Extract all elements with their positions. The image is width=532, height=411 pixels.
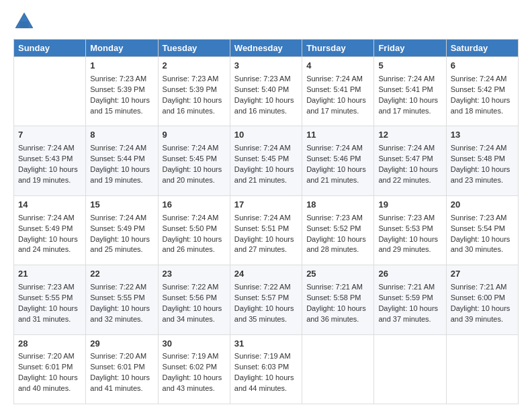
sunset-text: Sunset: 5:54 PM [451,224,514,234]
daylight-text: Daylight: 10 hours and 30 minutes. [451,234,514,256]
daylight-text: Daylight: 10 hours and 41 minutes. [90,373,153,394]
cell-w2-d4: 10Sunrise: 7:24 AMSunset: 5:45 PMDayligh… [230,126,302,195]
sunrise-text: Sunrise: 7:23 AM [451,213,514,224]
sunset-text: Sunset: 5:52 PM [306,224,369,234]
cell-w5-d3: 30Sunrise: 7:19 AMSunset: 6:02 PMDayligh… [158,334,230,404]
cell-w3-d5: 18Sunrise: 7:23 AMSunset: 5:52 PMDayligh… [302,195,374,265]
sunrise-text: Sunrise: 7:24 AM [18,143,81,154]
cell-w4-d3: 23Sunrise: 7:22 AMSunset: 5:56 PMDayligh… [158,265,230,334]
daylight-text: Daylight: 10 hours and 25 minutes. [90,234,153,256]
daylight-text: Daylight: 10 hours and 19 minutes. [90,165,153,186]
sunset-text: Sunset: 5:45 PM [163,154,226,165]
date-number: 4 [306,60,369,73]
sunset-text: Sunset: 5:44 PM [90,154,153,165]
cell-w4-d2: 22Sunrise: 7:22 AMSunset: 5:55 PMDayligh… [86,265,158,334]
date-number: 25 [306,268,369,281]
sunrise-text: Sunrise: 7:22 AM [234,282,298,293]
sunset-text: Sunset: 5:49 PM [90,224,153,234]
date-number: 3 [234,60,298,73]
cell-w1-d6: 5Sunrise: 7:24 AMSunset: 5:41 PMDaylight… [374,57,446,126]
daylight-text: Daylight: 10 hours and 18 minutes. [451,95,514,117]
date-number: 8 [90,129,153,142]
cell-w2-d1: 7Sunrise: 7:24 AMSunset: 5:43 PMDaylight… [14,126,86,195]
sunrise-text: Sunrise: 7:23 AM [306,213,369,224]
day-header-tuesday: Tuesday [158,40,230,57]
cell-w1-d4: 3Sunrise: 7:23 AMSunset: 5:40 PMDaylight… [230,57,302,126]
sunrise-text: Sunrise: 7:24 AM [451,74,514,85]
sunset-text: Sunset: 5:50 PM [163,224,226,234]
cell-w2-d5: 11Sunrise: 7:24 AMSunset: 5:46 PMDayligh… [302,126,374,195]
daylight-text: Daylight: 10 hours and 27 minutes. [234,234,298,256]
cell-w1-d3: 2Sunrise: 7:23 AMSunset: 5:39 PMDaylight… [158,57,230,126]
daylight-text: Daylight: 10 hours and 26 minutes. [163,234,226,256]
sunset-text: Sunset: 5:53 PM [378,224,441,234]
cell-w3-d3: 16Sunrise: 7:24 AMSunset: 5:50 PMDayligh… [158,195,230,265]
calendar-table: SundayMondayTuesdayWednesdayThursdayFrid… [13,39,519,404]
cell-w1-d7: 6Sunrise: 7:24 AMSunset: 5:42 PMDaylight… [446,57,518,126]
daylight-text: Daylight: 10 hours and 16 minutes. [163,95,226,117]
svg-rect-2 [20,21,29,28]
header-row: SundayMondayTuesdayWednesdayThursdayFrid… [14,40,519,57]
date-number: 13 [451,129,514,142]
daylight-text: Daylight: 10 hours and 32 minutes. [90,304,153,325]
date-number: 12 [378,129,441,142]
sunrise-text: Sunrise: 7:19 AM [234,351,298,362]
page: SundayMondayTuesdayWednesdayThursdayFrid… [0,0,532,411]
week-row-2: 7Sunrise: 7:24 AMSunset: 5:43 PMDaylight… [14,126,519,195]
cell-w5-d7 [446,334,518,404]
cell-w5-d1: 28Sunrise: 7:20 AMSunset: 6:01 PMDayligh… [14,334,86,404]
logo [13,11,39,32]
date-number: 29 [90,338,153,351]
day-header-friday: Friday [374,40,446,57]
week-row-5: 28Sunrise: 7:20 AMSunset: 6:01 PMDayligh… [14,334,519,404]
sunrise-text: Sunrise: 7:21 AM [451,282,514,293]
cell-w3-d7: 20Sunrise: 7:23 AMSunset: 5:54 PMDayligh… [446,195,518,265]
daylight-text: Daylight: 10 hours and 21 minutes. [306,165,369,186]
sunset-text: Sunset: 5:46 PM [306,154,369,165]
sunrise-text: Sunrise: 7:24 AM [163,213,226,224]
date-number: 14 [18,199,81,212]
cell-w2-d3: 9Sunrise: 7:24 AMSunset: 5:45 PMDaylight… [158,126,230,195]
sunset-text: Sunset: 5:55 PM [90,293,153,304]
cell-w5-d5 [302,334,374,404]
daylight-text: Daylight: 10 hours and 16 minutes. [234,95,298,117]
sunrise-text: Sunrise: 7:24 AM [451,143,514,154]
sunrise-text: Sunrise: 7:23 AM [234,74,298,85]
day-header-sunday: Sunday [14,40,86,57]
date-number: 19 [378,199,441,212]
daylight-text: Daylight: 10 hours and 17 minutes. [306,95,369,117]
daylight-text: Daylight: 10 hours and 44 minutes. [234,373,298,394]
sunset-text: Sunset: 6:01 PM [18,362,81,373]
date-number: 24 [234,268,298,281]
date-number: 10 [234,129,298,142]
sunrise-text: Sunrise: 7:23 AM [18,282,81,293]
date-number: 22 [90,268,153,281]
sunrise-text: Sunrise: 7:19 AM [163,351,226,362]
date-number: 6 [451,60,514,73]
cell-w1-d1 [14,57,86,126]
sunrise-text: Sunrise: 7:24 AM [378,143,441,154]
date-number: 28 [18,338,81,351]
sunset-text: Sunset: 5:47 PM [378,154,441,165]
daylight-text: Daylight: 10 hours and 35 minutes. [234,304,298,325]
cell-w5-d4: 31Sunrise: 7:19 AMSunset: 6:03 PMDayligh… [230,334,302,404]
day-header-thursday: Thursday [302,40,374,57]
sunrise-text: Sunrise: 7:20 AM [18,351,81,362]
date-number: 20 [451,199,514,212]
date-number: 23 [163,268,226,281]
date-number: 15 [90,199,153,212]
sunset-text: Sunset: 5:57 PM [234,293,298,304]
cell-w4-d1: 21Sunrise: 7:23 AMSunset: 5:55 PMDayligh… [14,265,86,334]
sunrise-text: Sunrise: 7:24 AM [18,213,81,224]
daylight-text: Daylight: 10 hours and 43 minutes. [163,373,226,394]
sunset-text: Sunset: 5:48 PM [451,154,514,165]
sunrise-text: Sunrise: 7:24 AM [378,74,441,85]
cell-w1-d2: 1Sunrise: 7:23 AMSunset: 5:39 PMDaylight… [86,57,158,126]
date-number: 2 [163,60,226,73]
cell-w3-d6: 19Sunrise: 7:23 AMSunset: 5:53 PMDayligh… [374,195,446,265]
sunrise-text: Sunrise: 7:24 AM [234,213,298,224]
sunrise-text: Sunrise: 7:24 AM [234,143,298,154]
daylight-text: Daylight: 10 hours and 34 minutes. [163,304,226,325]
day-header-saturday: Saturday [446,40,518,57]
week-row-1: 1Sunrise: 7:23 AMSunset: 5:39 PMDaylight… [14,57,519,126]
